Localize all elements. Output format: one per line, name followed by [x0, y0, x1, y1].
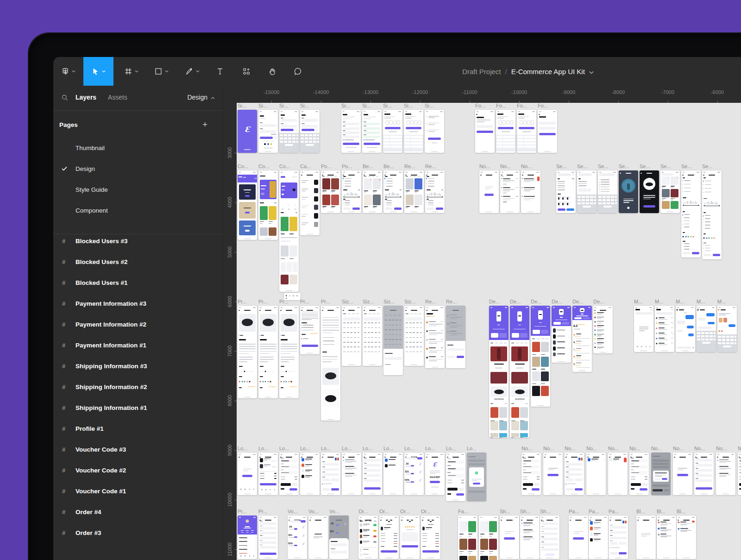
canvas-frame-title[interactable]: Se... [660, 164, 682, 169]
canvas-frame-title[interactable]: Pa... [609, 509, 630, 514]
canvas-frame-title[interactable]: Pr... [258, 299, 280, 304]
canvas-frame-msg-empty[interactable]: M... [634, 306, 653, 352]
canvas-frame-title[interactable]: Sh... [540, 509, 561, 514]
tab-layers[interactable]: Layers [75, 94, 96, 101]
canvas-frame-vercode[interactable]: Fo... [496, 110, 515, 153]
canvas-frame-title[interactable]: No... [673, 446, 694, 451]
canvas-frame-paymethods[interactable]: Lo... [300, 453, 320, 495]
canvas-frame-title[interactable]: Co... [258, 164, 280, 169]
canvas-frame-card-del[interactable]: No... [608, 453, 628, 495]
canvas-frame-followers[interactable]: De... [593, 306, 613, 353]
canvas-frame-vercode[interactable]: Fo... [517, 110, 536, 153]
canvas-frame-popgrid[interactable]: Po... [321, 170, 340, 213]
canvas-frame-title[interactable]: Pa... [589, 509, 610, 514]
canvas-frame-size-sel[interactable]: Siz... [383, 306, 403, 375]
canvas-frame-title[interactable]: Pr... [258, 509, 280, 514]
canvas-frame-title[interactable]: Si... [238, 103, 259, 108]
canvas-frame-signin-kb[interactable]: Si... [279, 110, 299, 153]
canvas-frame-brand-cats[interactable]: De... [552, 306, 571, 363]
canvas-frame-title[interactable]: Or... [358, 509, 380, 514]
canvas-frame-favgrid[interactable]: Fa... [458, 516, 477, 560]
canvas-frame-title[interactable]: No... [500, 164, 521, 169]
canvas-frame-title[interactable]: Lo... [321, 446, 342, 451]
canvas-frame-title[interactable]: Siz... [404, 299, 426, 304]
canvas-frame-title[interactable]: Se... [681, 164, 703, 169]
chevron-down-icon[interactable] [585, 68, 594, 76]
canvas-frame-title[interactable]: Siz... [383, 299, 405, 304]
canvas-frame-title[interactable]: Pr... [279, 299, 301, 304]
canvas-frame-size[interactable]: Siz... [342, 306, 361, 366]
canvas-frame-notif-list[interactable]: No... [500, 170, 520, 213]
add-page-button[interactable]: + [202, 120, 207, 130]
canvas-frame-title[interactable]: Lo... [238, 446, 259, 451]
canvas-frame-voucher[interactable]: Lo....50Ɛ$21Ɛ50%Ɛ [404, 453, 424, 495]
canvas-frame-resetpw[interactable]: Fo... [538, 110, 557, 153]
canvas-frame-addcard[interactable]: No... [565, 453, 584, 495]
canvas-frame-title[interactable]: Or... [421, 509, 442, 514]
canvas-frame-title[interactable]: Si... [300, 103, 321, 108]
sidebar-frame-order-3[interactable]: #Order #3 [53, 527, 222, 540]
sidebar-frame-shipping-information-1[interactable]: #Shipping Information #1 [53, 402, 222, 415]
canvas-frame-addr-list[interactable]: No... [716, 453, 735, 495]
canvas-frame-title[interactable]: Si... [383, 103, 404, 108]
canvas-frame-title[interactable]: Siz... [363, 299, 384, 304]
canvas-frame-signin[interactable]: Si... [258, 110, 278, 153]
canvas-frame-title[interactable]: Si... [425, 103, 446, 108]
canvas-frame-brand-rev[interactable]: De...4.0★★★★☆★★★★★★★★★★★★★★★★★★★★★★★★★ [572, 306, 592, 372]
canvas-frame-title[interactable]: M... [634, 299, 655, 304]
sidebar-frame-blocked-users-3[interactable]: #Blocked Users #3 [53, 235, 222, 248]
sidebar-frame-payment-information-2[interactable]: #Payment Information #2 [53, 318, 222, 331]
canvas-frame-title[interactable]: Lo... [404, 446, 426, 451]
canvas-frame-signup2[interactable]: Si... [362, 110, 382, 153]
canvas-frame-title[interactable]: Lo... [363, 446, 384, 451]
search-icon[interactable] [61, 94, 69, 103]
sidebar-frame-voucher-code-2[interactable]: #Voucher Code #2 [53, 464, 222, 477]
canvas-frame-title[interactable]: Co... [238, 164, 259, 169]
canvas-frame-title[interactable]: No... [586, 446, 608, 451]
canvas-frame-title[interactable]: Fo... [496, 103, 517, 108]
canvas-frame-title[interactable]: Se... [619, 164, 640, 169]
canvas-frame-filter-tall[interactable]: Se... [681, 170, 701, 258]
canvas-frame-pdp-tall[interactable]: Pr... [321, 306, 340, 421]
chevron-down-icon[interactable] [102, 70, 106, 73]
canvas-frame-msg-list[interactable]: M... [655, 306, 674, 352]
canvas-frame-checkout[interactable]: No... [521, 453, 541, 495]
canvas-frame-checkout[interactable]: No... [738, 453, 741, 495]
sidebar-frame-order-4[interactable]: #Order #4 [53, 506, 222, 519]
canvas-frame-card1[interactable]: No... [586, 453, 606, 495]
canvas-frame-voucher-email[interactable]: Lo...ƐSALE4567 [425, 453, 445, 495]
sidebar-frame-payment-information-1[interactable]: #Payment Information #1 [53, 339, 222, 352]
canvas-frame-title[interactable]: Si... [404, 103, 425, 108]
canvas-frame-title[interactable]: Se... [640, 164, 661, 169]
canvas-frame-title[interactable]: Bl... [636, 509, 658, 514]
canvas-frame-title[interactable]: Vo... [329, 509, 351, 514]
chevron-down-icon[interactable] [165, 70, 169, 73]
canvas-frame-title[interactable]: De... [489, 299, 510, 304]
canvas-frame-addr-list[interactable]: Lo... [342, 453, 361, 495]
canvas-frame-title[interactable]: No... [608, 446, 629, 451]
canvas-frame-title[interactable]: De... [510, 299, 531, 304]
canvas-frame-title[interactable]: Or... [379, 509, 401, 514]
canvas-frame-title[interactable]: No... [738, 446, 741, 451]
canvas-frame-checkout[interactable]: Lo... [446, 453, 465, 501]
canvas-frame-favgrid[interactable] [479, 516, 498, 560]
canvas-frame-vercode[interactable]: Si... [383, 110, 402, 153]
canvas-frame-splash[interactable]: Si...Ɛ [238, 110, 257, 153]
canvas-frame-title[interactable]: Pr... [300, 299, 321, 304]
canvas-frame-title[interactable]: De... [552, 299, 573, 304]
canvas-frame-title[interactable]: Re... [425, 299, 446, 304]
frame-tool[interactable] [119, 57, 143, 86]
canvas-frame-notif-empty[interactable]: No... [479, 170, 499, 213]
chevron-down-icon[interactable] [72, 70, 75, 73]
canvas-frame-cats[interactable]: Ca... [300, 170, 320, 235]
canvas-frame-title[interactable]: Se... [598, 164, 619, 169]
canvas-frame-pay-empty[interactable]: Pa... [569, 516, 588, 559]
canvas-frame-size[interactable]: Siz... [404, 306, 424, 366]
canvas-frame-title[interactable]: Fo... [517, 103, 538, 108]
breadcrumb-project[interactable]: Draft Project [462, 68, 501, 76]
canvas-frame-blocked-list2[interactable]: Bl... [677, 516, 696, 559]
canvas-frame-title[interactable]: Pr... [321, 299, 342, 304]
canvas-frame-title[interactable]: Si... [341, 103, 363, 108]
canvas-frame-title[interactable]: No... [565, 446, 586, 451]
canvas-frame-size[interactable]: Siz... [363, 306, 382, 366]
